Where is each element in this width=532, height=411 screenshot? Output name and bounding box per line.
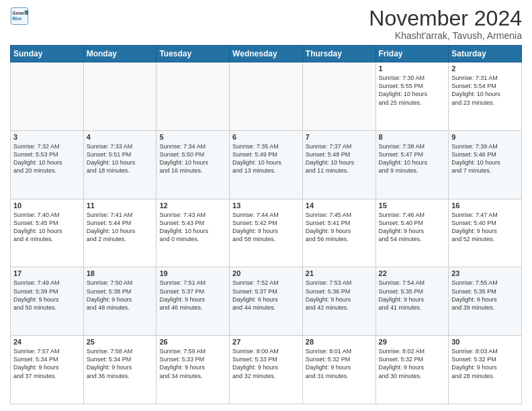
- day-number: 2: [451, 64, 519, 73]
- day-number: 10: [13, 201, 81, 210]
- calendar-cell: 25Sunrise: 7:58 AM Sunset: 5:34 PM Dayli…: [83, 336, 157, 404]
- day-info: Sunrise: 7:55 AM Sunset: 5:35 PM Dayligh…: [451, 279, 519, 312]
- day-number: 3: [13, 133, 81, 141]
- calendar-cell: 20Sunrise: 7:52 AM Sunset: 5:37 PM Dayli…: [230, 267, 303, 336]
- day-info: Sunrise: 7:53 AM Sunset: 5:36 PM Dayligh…: [306, 279, 373, 312]
- calendar-cell: 30Sunrise: 8:03 AM Sunset: 5:32 PM Dayli…: [449, 336, 522, 404]
- day-number: 12: [159, 201, 226, 210]
- day-header-sunday: Sunday: [11, 46, 84, 62]
- calendar-cell: 1Sunrise: 7:30 AM Sunset: 5:55 PM Daylig…: [375, 62, 449, 131]
- day-number: 5: [159, 133, 226, 141]
- day-number: 13: [232, 201, 300, 210]
- day-number: 26: [159, 338, 226, 346]
- day-info: Sunrise: 7:46 AM Sunset: 5:40 PM Dayligh…: [379, 211, 446, 244]
- day-number: 1: [379, 64, 446, 73]
- week-row-1: 1Sunrise: 7:30 AM Sunset: 5:55 PM Daylig…: [11, 62, 522, 131]
- day-info: Sunrise: 8:02 AM Sunset: 5:32 PM Dayligh…: [379, 347, 446, 380]
- calendar-cell: 26Sunrise: 7:59 AM Sunset: 5:33 PM Dayli…: [157, 336, 230, 404]
- day-info: Sunrise: 7:47 AM Sunset: 5:40 PM Dayligh…: [451, 211, 519, 244]
- day-number: 28: [306, 338, 373, 346]
- day-number: 27: [232, 338, 300, 346]
- calendar-cell: 9Sunrise: 7:39 AM Sunset: 5:46 PM Daylig…: [449, 130, 522, 199]
- day-number: 6: [232, 133, 300, 141]
- calendar-cell: 4Sunrise: 7:33 AM Sunset: 5:51 PM Daylig…: [83, 130, 157, 199]
- day-info: Sunrise: 7:43 AM Sunset: 5:43 PM Dayligh…: [159, 211, 226, 244]
- calendar-cell: 12Sunrise: 7:43 AM Sunset: 5:43 PM Dayli…: [157, 199, 230, 267]
- calendar-cell: 18Sunrise: 7:50 AM Sunset: 5:38 PM Dayli…: [83, 267, 157, 336]
- day-number: 4: [87, 133, 154, 141]
- day-header-saturday: Saturday: [449, 46, 522, 62]
- day-number: 7: [306, 133, 373, 141]
- calendar-cell: 2Sunrise: 7:31 AM Sunset: 5:54 PM Daylig…: [449, 62, 522, 131]
- day-header-monday: Monday: [83, 46, 157, 62]
- day-number: 14: [306, 201, 373, 210]
- calendar-header: SundayMondayTuesdayWednesdayThursdayFrid…: [11, 46, 522, 62]
- calendar-cell: 7Sunrise: 7:37 AM Sunset: 5:48 PM Daylig…: [302, 130, 375, 199]
- calendar-cell: 6Sunrise: 7:35 AM Sunset: 5:49 PM Daylig…: [230, 130, 303, 199]
- day-info: Sunrise: 8:03 AM Sunset: 5:32 PM Dayligh…: [451, 347, 519, 380]
- day-info: Sunrise: 7:52 AM Sunset: 5:37 PM Dayligh…: [232, 279, 300, 312]
- location: Khasht'arrak, Tavush, Armenia: [369, 30, 522, 41]
- day-number: 24: [13, 338, 81, 346]
- day-info: Sunrise: 7:32 AM Sunset: 5:53 PM Dayligh…: [13, 142, 81, 175]
- calendar-cell: 27Sunrise: 8:00 AM Sunset: 5:33 PM Dayli…: [230, 336, 303, 404]
- calendar-cell: 29Sunrise: 8:02 AM Sunset: 5:32 PM Dayli…: [375, 336, 449, 404]
- day-info: Sunrise: 7:54 AM Sunset: 5:35 PM Dayligh…: [379, 279, 446, 312]
- calendar-cell: [11, 62, 84, 131]
- day-info: Sunrise: 7:51 AM Sunset: 5:37 PM Dayligh…: [159, 279, 226, 312]
- day-info: Sunrise: 7:58 AM Sunset: 5:34 PM Dayligh…: [87, 347, 154, 380]
- calendar-cell: 11Sunrise: 7:41 AM Sunset: 5:44 PM Dayli…: [83, 199, 157, 267]
- calendar: SundayMondayTuesdayWednesdayThursdayFrid…: [10, 45, 522, 404]
- day-number: 11: [87, 201, 154, 210]
- logo-icon: General Blue: [10, 7, 29, 26]
- day-info: Sunrise: 7:57 AM Sunset: 5:34 PM Dayligh…: [13, 347, 81, 380]
- day-number: 18: [87, 269, 154, 277]
- day-info: Sunrise: 7:59 AM Sunset: 5:33 PM Dayligh…: [159, 347, 226, 380]
- day-info: Sunrise: 7:34 AM Sunset: 5:50 PM Dayligh…: [159, 142, 226, 175]
- day-info: Sunrise: 7:44 AM Sunset: 5:42 PM Dayligh…: [232, 211, 300, 244]
- calendar-cell: [230, 62, 303, 131]
- day-info: Sunrise: 7:33 AM Sunset: 5:51 PM Dayligh…: [87, 142, 154, 175]
- title-section: November 2024 Khasht'arrak, Tavush, Arme…: [369, 7, 522, 41]
- day-number: 19: [159, 269, 226, 277]
- calendar-cell: 22Sunrise: 7:54 AM Sunset: 5:35 PM Dayli…: [375, 267, 449, 336]
- day-info: Sunrise: 7:35 AM Sunset: 5:49 PM Dayligh…: [232, 142, 300, 175]
- day-info: Sunrise: 7:49 AM Sunset: 5:39 PM Dayligh…: [13, 279, 81, 312]
- day-number: 8: [379, 133, 446, 141]
- day-info: Sunrise: 7:50 AM Sunset: 5:38 PM Dayligh…: [87, 279, 154, 312]
- calendar-body: 1Sunrise: 7:30 AM Sunset: 5:55 PM Daylig…: [11, 62, 522, 404]
- calendar-cell: [157, 62, 230, 131]
- day-number: 9: [451, 133, 519, 141]
- day-number: 17: [13, 269, 81, 277]
- calendar-cell: 5Sunrise: 7:34 AM Sunset: 5:50 PM Daylig…: [157, 130, 230, 199]
- calendar-cell: 24Sunrise: 7:57 AM Sunset: 5:34 PM Dayli…: [11, 336, 84, 404]
- calendar-cell: [302, 62, 375, 131]
- calendar-cell: [83, 62, 157, 131]
- day-info: Sunrise: 8:01 AM Sunset: 5:32 PM Dayligh…: [306, 347, 373, 380]
- day-number: 29: [379, 338, 446, 346]
- day-number: 15: [379, 201, 446, 210]
- day-number: 16: [451, 201, 519, 210]
- day-number: 23: [451, 269, 519, 277]
- day-info: Sunrise: 7:40 AM Sunset: 5:45 PM Dayligh…: [13, 211, 81, 244]
- day-info: Sunrise: 8:00 AM Sunset: 5:33 PM Dayligh…: [232, 347, 300, 380]
- day-header-thursday: Thursday: [302, 46, 375, 62]
- day-info: Sunrise: 7:41 AM Sunset: 5:44 PM Dayligh…: [87, 211, 154, 244]
- calendar-cell: 15Sunrise: 7:46 AM Sunset: 5:40 PM Dayli…: [375, 199, 449, 267]
- day-info: Sunrise: 7:30 AM Sunset: 5:55 PM Dayligh…: [379, 74, 446, 107]
- day-header-friday: Friday: [375, 46, 449, 62]
- calendar-cell: 17Sunrise: 7:49 AM Sunset: 5:39 PM Dayli…: [11, 267, 84, 336]
- day-info: Sunrise: 7:31 AM Sunset: 5:54 PM Dayligh…: [451, 74, 519, 107]
- day-number: 20: [232, 269, 300, 277]
- day-number: 30: [451, 338, 519, 346]
- week-row-4: 17Sunrise: 7:49 AM Sunset: 5:39 PM Dayli…: [11, 267, 522, 336]
- calendar-cell: 14Sunrise: 7:45 AM Sunset: 5:41 PM Dayli…: [302, 199, 375, 267]
- calendar-cell: 8Sunrise: 7:38 AM Sunset: 5:47 PM Daylig…: [375, 130, 449, 199]
- day-number: 21: [306, 269, 373, 277]
- day-header-wednesday: Wednesday: [230, 46, 303, 62]
- day-info: Sunrise: 7:37 AM Sunset: 5:48 PM Dayligh…: [306, 142, 373, 175]
- week-row-2: 3Sunrise: 7:32 AM Sunset: 5:53 PM Daylig…: [11, 130, 522, 199]
- calendar-cell: 13Sunrise: 7:44 AM Sunset: 5:42 PM Dayli…: [230, 199, 303, 267]
- calendar-cell: 28Sunrise: 8:01 AM Sunset: 5:32 PM Dayli…: [302, 336, 375, 404]
- day-number: 22: [379, 269, 446, 277]
